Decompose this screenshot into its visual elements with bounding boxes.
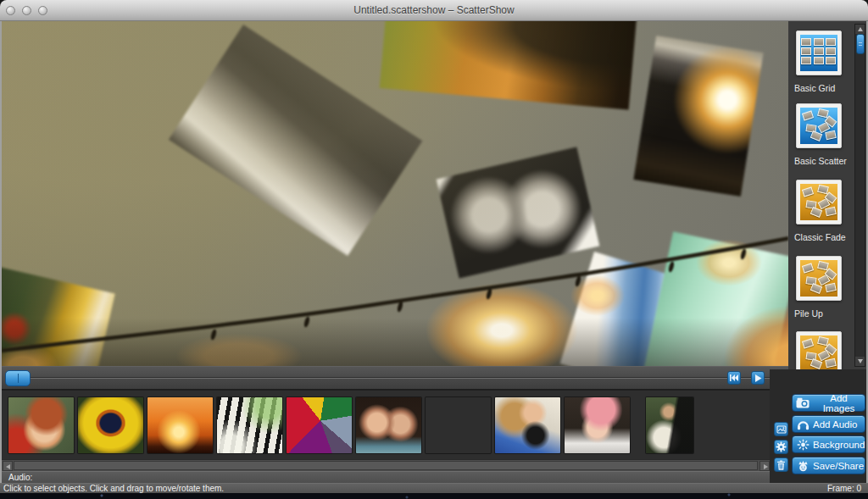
add-audio-button[interactable]: Add Audio xyxy=(792,415,865,433)
scroll-up-icon[interactable] xyxy=(855,25,865,34)
crown-face-icon xyxy=(796,460,810,472)
filmstrip-photo-sunflower-butterfly[interactable] xyxy=(78,397,143,453)
template-thumbnail xyxy=(796,256,842,301)
filmstrip-scrollbar[interactable] xyxy=(2,459,771,471)
preview-canvas[interactable] xyxy=(2,21,788,366)
headphones-icon xyxy=(796,419,810,430)
status-bar: Click to select objects. Click and drag … xyxy=(0,483,868,493)
filmstrip-photo-party-sunset[interactable] xyxy=(147,397,213,453)
brightness-icon xyxy=(796,439,810,451)
filmstrip-photo-zebra[interactable] xyxy=(217,397,282,453)
action-panel: Add Images Add Audio xyxy=(770,369,866,483)
scattershow-app: Untitled.scattershow – ScatterShow xyxy=(0,0,868,499)
filmstrip-photo-girl-portrait[interactable] xyxy=(8,397,74,453)
add-images-label: Add Images xyxy=(813,393,865,413)
template-thumbnail xyxy=(796,30,842,75)
template-thumbnail xyxy=(796,331,842,369)
scroll-right-icon[interactable] xyxy=(760,461,770,471)
save-share-button[interactable]: Save/Share xyxy=(792,457,865,474)
camera-icon xyxy=(796,397,810,409)
template-thumbnail xyxy=(796,180,842,225)
rewind-button[interactable] xyxy=(727,371,741,385)
filmstrip-photo-couple-in-field[interactable] xyxy=(426,397,491,453)
title-bar[interactable]: Untitled.scattershow – ScatterShow xyxy=(0,0,868,21)
filmstrip-photo-two-women[interactable] xyxy=(356,397,421,453)
frame-counter: Frame: 0 xyxy=(827,484,861,493)
image-icon xyxy=(776,424,787,435)
place-image-button[interactable] xyxy=(774,422,788,436)
filmstrip-panel xyxy=(2,390,771,459)
timeline-bar[interactable] xyxy=(2,366,788,390)
delete-button[interactable] xyxy=(774,457,788,472)
timeline-scrubber[interactable] xyxy=(5,370,31,386)
filmstrip-photo-woman-with-camera[interactable] xyxy=(495,397,560,453)
settings-button[interactable] xyxy=(774,440,788,454)
play-button[interactable] xyxy=(751,371,765,385)
add-images-button[interactable]: Add Images xyxy=(792,394,865,412)
filmstrip-photo-wedding-kiss[interactable] xyxy=(646,397,693,453)
filmstrip-photo-kite-beach[interactable] xyxy=(287,397,352,453)
window-title: Untitled.scattershow – ScatterShow xyxy=(0,4,868,16)
add-audio-label: Add Audio xyxy=(813,419,857,430)
scrollbar-track[interactable] xyxy=(14,461,758,470)
desktop-background xyxy=(0,493,868,499)
background-label: Background xyxy=(813,440,865,450)
string-lights xyxy=(2,21,788,366)
rewind-icon xyxy=(730,374,738,381)
scroll-down-icon[interactable] xyxy=(855,357,865,366)
timeline-track[interactable] xyxy=(5,377,783,379)
trash-icon xyxy=(776,460,786,470)
status-hint: Click to select objects. Click and drag … xyxy=(3,484,224,493)
scroll-left-icon[interactable] xyxy=(3,461,13,471)
save-share-label: Save/Share xyxy=(813,461,864,471)
template-sidebar: Basic Grid Basic Scatter Classic Fade Pi… xyxy=(788,21,866,369)
template-thumbnail xyxy=(796,103,842,148)
filmstrip-photo-baby-pink-hat[interactable] xyxy=(565,397,630,453)
audio-label: Audio: xyxy=(8,473,32,482)
play-icon xyxy=(754,374,762,382)
scrollbar-thumb[interactable] xyxy=(856,34,865,54)
audio-bar: Audio: xyxy=(2,471,770,483)
template-scrollbar[interactable] xyxy=(854,24,865,367)
gear-icon xyxy=(776,441,787,452)
background-button[interactable]: Background xyxy=(792,435,865,453)
